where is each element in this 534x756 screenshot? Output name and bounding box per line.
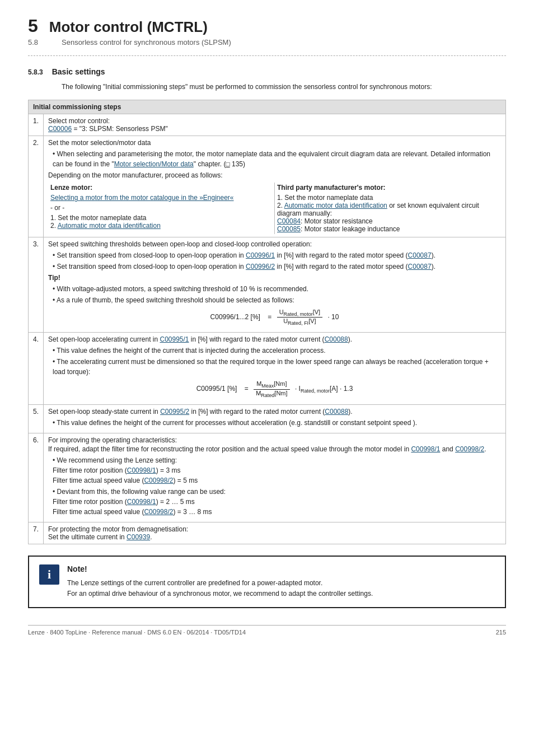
- step-1-link[interactable]: C00006 = "3: SLPSM: Sensorless PSM": [48, 125, 501, 133]
- footer-right: 215: [496, 629, 506, 636]
- c00998-2-link-3[interactable]: C00998/2: [144, 508, 173, 516]
- table-row: Lenze motor: Selecting a motor from the …: [48, 183, 501, 234]
- step-7-text: For protecting the motor from demagnetis…: [48, 525, 501, 541]
- step-2-title: Set the motor selection/motor data: [48, 139, 501, 147]
- section-title: Basic settings: [52, 67, 105, 76]
- section-intro: The following "Initial commissioning ste…: [62, 82, 506, 92]
- step-6-subtitle: If required, adapt the filter time for r…: [48, 445, 501, 453]
- c00088-link-1[interactable]: C00088: [325, 335, 348, 343]
- table-row: 5. Set open-loop steady-state current in…: [29, 404, 506, 433]
- commissioning-table: Initial commissioning steps 1. Select mo…: [28, 100, 506, 544]
- third-auto-id-link[interactable]: Automatic motor data identification: [284, 202, 387, 209]
- step-7-num: 7.: [29, 522, 44, 544]
- step-6-num: 6.: [29, 433, 44, 522]
- step-6-content: For improving the operating characterist…: [44, 433, 506, 522]
- c00998-1-link-2[interactable]: C00998/1: [127, 466, 156, 474]
- step-7-content: For protecting the motor from demagnetis…: [44, 522, 506, 544]
- note-content: Note! The Lenze settings of the current …: [67, 564, 373, 599]
- chapter-header: 5 Motor control (MCTRL): [28, 17, 506, 36]
- c00998-2-link-2[interactable]: C00998/2: [144, 477, 173, 484]
- step-3-bullets: Set transition speed from closed-loop to…: [53, 250, 501, 272]
- c00995-2-link[interactable]: C00995/2: [160, 408, 189, 416]
- step-5-num: 5.: [29, 404, 44, 433]
- step-3-title: Set speed switching thresholds between o…: [48, 240, 501, 248]
- c00084-link[interactable]: C00084: [277, 217, 301, 225]
- c00995-1-link[interactable]: C00995/1: [160, 335, 189, 343]
- lenze-catalogue-link[interactable]: Selecting a motor from the motor catalog…: [50, 194, 234, 202]
- c00087-link-1[interactable]: C00087: [408, 251, 432, 259]
- page-footer: Lenze · 8400 TopLine · Reference manual …: [28, 625, 506, 636]
- c00996-2-link[interactable]: C00996/2: [246, 263, 275, 270]
- formula-numerator-4: MMeax[Nm]: [254, 380, 289, 389]
- formula-denominator: URated, FI[V]: [277, 318, 322, 326]
- c00996-1-link[interactable]: C00996/1: [246, 251, 275, 259]
- table-row: 1. Select motor control: C00006 = "3: SL…: [29, 114, 506, 136]
- table-header: Initial commissioning steps: [29, 100, 506, 114]
- step-3-tip-label: Tip!: [48, 274, 501, 282]
- step-3-tip-bullets: With voltage-adjusted motors, a speed sw…: [53, 284, 501, 305]
- table-row: 3. Set speed switching thresholds betwee…: [29, 237, 506, 333]
- step-6-bullet-deviant: Deviant from this, the following value r…: [53, 487, 501, 517]
- formula-c00996-label: C00996/1...2 [%]: [210, 313, 260, 321]
- lenze-selecting: Selecting a motor from the motor catalog…: [50, 194, 272, 202]
- formula-multiplier: · 10: [327, 313, 339, 321]
- formula-equals-4: =: [245, 385, 249, 393]
- step-4-num: 4.: [29, 333, 44, 404]
- c00998-1-link[interactable]: C00998/1: [411, 445, 440, 453]
- step-4-bullet-1: This value defines the height of the cur…: [53, 346, 501, 356]
- c00006-link[interactable]: C00006: [48, 125, 72, 133]
- chapter-number: 5: [28, 17, 38, 35]
- lenze-auto-id-link[interactable]: Automatic motor data identification: [58, 222, 161, 230]
- step-5-bullet-1: This value defines the height of the cur…: [53, 418, 501, 428]
- step-3-num: 3.: [29, 237, 44, 333]
- step-2-depends: Depending on the motor manufacturer, pro…: [48, 171, 501, 179]
- table-row: 7. For protecting the motor from demagne…: [29, 522, 506, 544]
- formula-fraction: URated, motor[V] URated, FI[V]: [277, 309, 322, 326]
- table-row: 6. For improving the operating character…: [29, 433, 506, 522]
- step-1-num: 1.: [29, 114, 44, 136]
- formula-c00995-label: C00995/1 [%]: [196, 385, 237, 393]
- third-party-heading: Third party manufacturer's motor:: [277, 184, 499, 192]
- lenze-motor-heading: Lenze motor:: [50, 184, 272, 192]
- c00939-link[interactable]: C00939: [127, 533, 150, 541]
- formula-fraction-4: MMeax[Nm] MRated[Nm]: [254, 380, 289, 398]
- third-party-col: Third party manufacturer's motor: 1. Set…: [275, 183, 502, 234]
- formula-multiplier-4: · IRated, motor[A] · 1.3: [295, 385, 353, 393]
- step-5-bullets: This value defines the height of the cur…: [53, 418, 501, 428]
- sub-header: 5.8 Sensorless control for synchronous m…: [28, 38, 506, 46]
- section-heading: 5.8.3 Basic settings: [28, 67, 506, 76]
- step-4-bullet-2: The accelerating current must be dimensi…: [53, 357, 501, 377]
- step-3-bullet-1: Set transition speed from closed-loop to…: [53, 250, 501, 260]
- step-4-formula: C00995/1 [%] = MMeax[Nm] MRated[Nm] · IR…: [48, 380, 501, 398]
- chapter-ref: □: [226, 160, 229, 168]
- third-party-steps: 1. Set the motor nameplate data 2. Autom…: [277, 194, 499, 233]
- step-3-content: Set speed switching thresholds between o…: [44, 237, 506, 333]
- step-5-content: Set open-loop steady-state current in C0…: [44, 404, 506, 433]
- section-divider: [28, 55, 506, 56]
- c00998-2-link-1[interactable]: C00998/2: [455, 445, 484, 453]
- step-3-bullet-2: Set transition speed from closed-loop to…: [53, 262, 501, 272]
- step-3-formula: C00996/1...2 [%] = URated, motor[V] URat…: [48, 309, 501, 326]
- lenze-steps: 1. Set the motor nameplate data 2. Autom…: [50, 214, 272, 230]
- note-text: The Lenze settings of the current contro…: [67, 578, 373, 599]
- formula-denominator-4: MRated[Nm]: [254, 390, 289, 398]
- step-5-text: Set open-loop steady-state current in C0…: [48, 408, 501, 416]
- note-title: Note!: [67, 564, 373, 573]
- motor-manufacturer-table: Lenze motor: Selecting a motor from the …: [48, 183, 501, 234]
- step-6-title: For improving the operating characterist…: [48, 436, 501, 444]
- note-icon: i: [39, 564, 59, 585]
- motor-selection-link[interactable]: Motor selection/Motor data: [114, 160, 194, 168]
- c00087-link-2[interactable]: C00087: [408, 263, 432, 270]
- step-3-tip-2: As a rule of thumb, the speed switching …: [53, 295, 501, 305]
- step-4-title: Set open-loop accelerating current in C0…: [48, 335, 501, 343]
- table-row: 2. Set the motor selection/motor data Wh…: [29, 136, 506, 237]
- c00088-link-2[interactable]: C00088: [325, 408, 348, 416]
- footer-left: Lenze · 8400 TopLine · Reference manual …: [28, 629, 246, 636]
- step-4-content: Set open-loop accelerating current in C0…: [44, 333, 506, 404]
- formula-equals: =: [268, 313, 271, 321]
- chapter-title: Motor control (MCTRL): [49, 18, 208, 36]
- c00998-1-link-3[interactable]: C00998/1: [127, 498, 156, 506]
- c00085-link[interactable]: C00085: [277, 225, 301, 233]
- note-box: i Note! The Lenze settings of the curren…: [28, 556, 506, 608]
- step-2-num: 2.: [29, 136, 44, 237]
